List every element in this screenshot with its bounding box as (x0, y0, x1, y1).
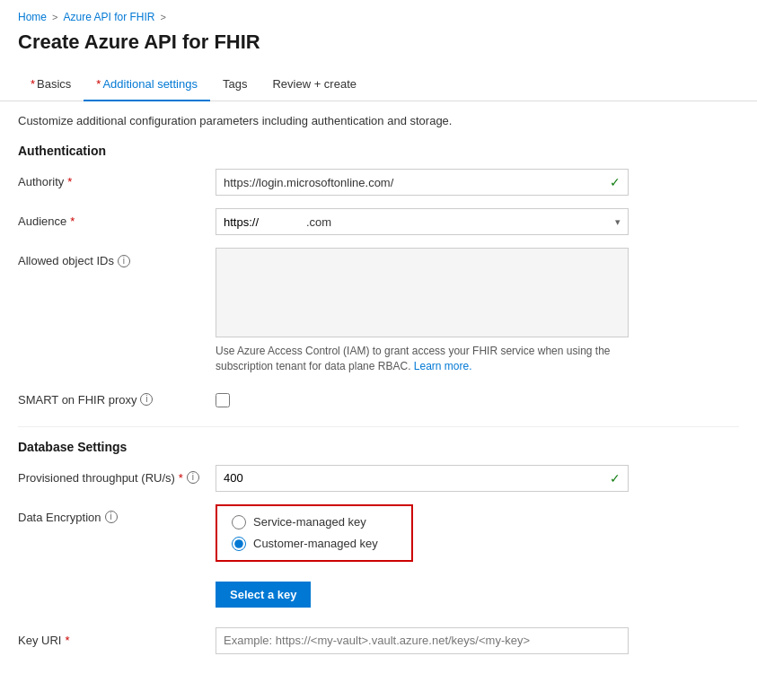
throughput-row: Provisioned throughput (RU/s) * i 400 ✓ (18, 465, 739, 492)
authority-input-wrap: ✓ (216, 169, 629, 196)
allowed-ids-note: Use Azure Access Control (IAM) to grant … (216, 344, 629, 374)
encryption-label: Data Encryption i (18, 504, 216, 524)
authority-input[interactable] (216, 176, 610, 189)
customer-managed-option: Customer-managed key (232, 537, 397, 551)
audience-row: Audience * .com ▾ (18, 208, 739, 235)
allowed-ids-label: Allowed object IDs i (18, 248, 216, 267)
main-content: Customize additional configuration param… (0, 101, 757, 679)
audience-label: Audience * (18, 208, 216, 228)
allowed-ids-control: Use Azure Access Control (IAM) to grant … (216, 248, 629, 374)
audience-control: .com ▾ (216, 208, 629, 235)
key-uri-control (216, 627, 629, 654)
smart-proxy-label: SMART on FHIR proxy i (18, 387, 216, 407)
allowed-ids-row: Allowed object IDs i Use Azure Access Co… (18, 248, 739, 374)
authority-label: Authority * (18, 169, 216, 188)
throughput-check-icon: ✓ (610, 471, 628, 486)
smart-proxy-row: SMART on FHIR proxy i (18, 387, 739, 414)
audience-required: * (70, 214, 75, 228)
audience-suffix: .com (306, 215, 331, 229)
select-key-control: Select a key (216, 574, 311, 615)
allowed-ids-textarea[interactable] (216, 248, 629, 337)
authority-control: ✓ (216, 169, 629, 196)
breadcrumb-home[interactable]: Home (18, 11, 47, 23)
service-managed-option: Service-managed key (232, 515, 397, 529)
smart-proxy-control (216, 387, 629, 414)
customer-managed-label: Customer-managed key (253, 537, 378, 550)
page-description: Customize additional configuration param… (18, 114, 739, 127)
throughput-select[interactable]: 400 (216, 471, 610, 485)
database-header: Database Settings (18, 440, 739, 454)
select-key-row: Select a key (18, 574, 739, 615)
service-managed-label: Service-managed key (253, 515, 366, 529)
authority-check-icon: ✓ (610, 175, 628, 189)
authority-row: Authority * ✓ (18, 169, 739, 196)
smart-proxy-checkbox[interactable] (216, 393, 230, 407)
breadcrumb-azure-api[interactable]: Azure API for FHIR (63, 11, 154, 23)
customer-managed-radio[interactable] (232, 537, 246, 551)
tab-basics[interactable]: *Basics (18, 68, 84, 101)
key-uri-required: * (65, 634, 69, 647)
audience-input[interactable] (216, 215, 306, 229)
encryption-options-box: Service-managed key Customer-managed key (216, 504, 413, 562)
tab-bar: *Basics *Additional settings Tags Review… (0, 68, 757, 101)
audience-dropdown-icon[interactable]: ▾ (615, 216, 628, 228)
allowed-ids-info-icon[interactable]: i (118, 255, 130, 267)
authentication-header: Authentication (18, 144, 739, 158)
throughput-required: * (179, 471, 183, 485)
additional-star: * (96, 77, 101, 91)
throughput-label: Provisioned throughput (RU/s) * i (18, 465, 216, 485)
tab-review-create[interactable]: Review + create (260, 68, 369, 101)
key-uri-input[interactable] (216, 634, 628, 647)
select-key-button[interactable]: Select a key (216, 582, 311, 608)
breadcrumb-sep2: > (160, 12, 165, 22)
throughput-control: 400 ✓ (216, 465, 629, 492)
tab-tags[interactable]: Tags (210, 68, 260, 101)
page-title: Create Azure API for FHIR (0, 27, 757, 68)
throughput-info-icon[interactable]: i (187, 471, 199, 484)
learn-more-link[interactable]: Learn more. (414, 360, 472, 372)
breadcrumb-sep1: > (52, 12, 57, 22)
service-managed-radio[interactable] (232, 515, 246, 529)
throughput-select-wrap: 400 ✓ (216, 465, 629, 492)
encryption-control: Service-managed key Customer-managed key (216, 504, 629, 562)
tab-additional-settings[interactable]: *Additional settings (84, 68, 210, 101)
section-divider (18, 426, 739, 427)
basics-star: * (31, 77, 35, 91)
key-uri-input-wrap (216, 627, 629, 654)
encryption-row: Data Encryption i Service-managed key Cu… (18, 504, 739, 562)
key-uri-row: Key URI * (18, 627, 739, 654)
authority-required: * (67, 175, 72, 188)
audience-input-wrap: .com ▾ (216, 208, 629, 235)
breadcrumb: Home > Azure API for FHIR > (0, 0, 757, 27)
encryption-info-icon[interactable]: i (105, 511, 118, 523)
smart-proxy-info-icon[interactable]: i (140, 393, 153, 406)
key-uri-label: Key URI * (18, 627, 216, 647)
